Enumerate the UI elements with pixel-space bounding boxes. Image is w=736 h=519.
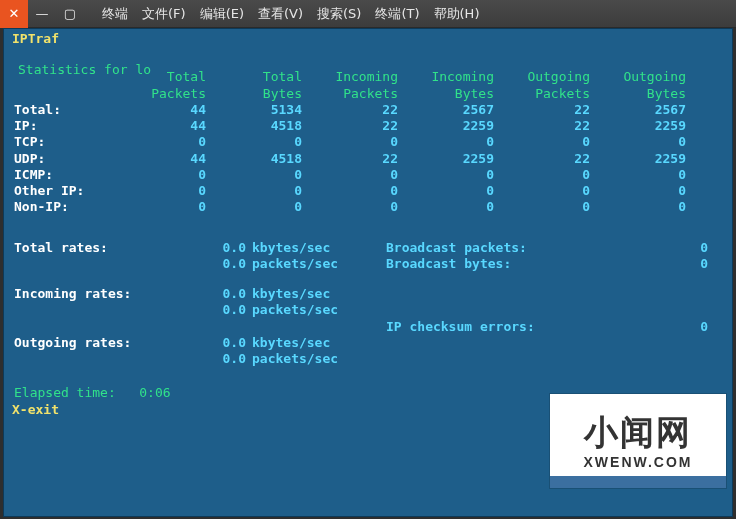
stats-table: Total Total Incoming Incoming Outgoing O… <box>10 63 726 219</box>
packets-unit: packets/sec <box>246 351 386 367</box>
row-value: 0 <box>398 167 494 183</box>
row-value: 4518 <box>206 118 302 134</box>
row-value: 0 <box>302 199 398 215</box>
row-value: 22 <box>494 102 590 118</box>
table-row: ICMP:000000 <box>14 167 722 183</box>
row-value: 0 <box>302 183 398 199</box>
kbytes-unit: kbytes/sec <box>246 335 386 351</box>
table-header-row: Packets Bytes Packets Bytes Packets Byte… <box>14 86 722 102</box>
total-rate-packets: 0.0 <box>190 256 246 272</box>
row-value: 0 <box>590 167 686 183</box>
table-row: IP:444518222259222259 <box>14 118 722 134</box>
window-titlebar: ✕ — ▢ 终端 文件(F) 编辑(E) 查看(V) 搜索(S) 终端(T) 帮… <box>0 0 736 28</box>
menu-terminal[interactable]: 终端 <box>102 5 128 23</box>
row-label: ICMP: <box>14 167 110 183</box>
hdr-in-packets-a: Incoming <box>302 69 398 85</box>
row-label: TCP: <box>14 134 110 150</box>
row-label: IP: <box>14 118 110 134</box>
minimize-button[interactable]: — <box>28 0 56 28</box>
menu-view[interactable]: 查看(V) <box>258 5 303 23</box>
hdr-total-packets-b: Packets <box>110 86 206 102</box>
watermark-url: XWENW.COM <box>584 454 693 472</box>
row-value: 44 <box>110 151 206 167</box>
total-rate-kbytes: 0.0 <box>190 240 246 256</box>
menu-file[interactable]: 文件(F) <box>142 5 186 23</box>
row-value: 0 <box>206 167 302 183</box>
hdr-out-bytes-b: Bytes <box>590 86 686 102</box>
window-controls: ✕ — ▢ <box>0 0 84 28</box>
outgoing-rate-packets: 0.0 <box>190 351 246 367</box>
row-value: 5134 <box>206 102 302 118</box>
row-value: 0 <box>398 134 494 150</box>
app-title: IPTraf <box>8 31 728 47</box>
menu-help[interactable]: 帮助(H) <box>434 5 480 23</box>
maximize-button[interactable]: ▢ <box>56 0 84 28</box>
row-value: 22 <box>302 118 398 134</box>
row-value: 0 <box>398 183 494 199</box>
menu-bar: 终端 文件(F) 编辑(E) 查看(V) 搜索(S) 终端(T) 帮助(H) <box>102 5 479 23</box>
menu-terminal2[interactable]: 终端(T) <box>375 5 419 23</box>
hdr-out-bytes-a: Outgoing <box>590 69 686 85</box>
total-rates-label: Total rates: <box>14 240 190 256</box>
kbytes-unit: kbytes/sec <box>246 286 386 302</box>
hdr-total-bytes-b: Bytes <box>206 86 302 102</box>
packets-unit: packets/sec <box>246 256 386 272</box>
incoming-rate-packets: 0.0 <box>190 302 246 318</box>
row-value: 2259 <box>590 118 686 134</box>
hdr-out-packets-b: Packets <box>494 86 590 102</box>
incoming-rate-kbytes: 0.0 <box>190 286 246 302</box>
broadcast-packets-value: 0 <box>588 240 708 256</box>
stats-box: Statistics for lo Total Total Incoming I… <box>10 63 726 401</box>
row-value: 22 <box>494 118 590 134</box>
row-value: 2567 <box>398 102 494 118</box>
menu-edit[interactable]: 编辑(E) <box>200 5 244 23</box>
table-row: TCP:000000 <box>14 134 722 150</box>
row-value: 0 <box>590 183 686 199</box>
row-value: 44 <box>110 118 206 134</box>
row-value: 0 <box>110 134 206 150</box>
incoming-rates-label: Incoming rates: <box>14 286 190 302</box>
row-label: Non-IP: <box>14 199 110 215</box>
ip-cksum-label: IP checksum errors: <box>386 319 588 335</box>
outgoing-rate-kbytes: 0.0 <box>190 335 246 351</box>
table-row: Total:445134222567222567 <box>14 102 722 118</box>
hdr-total-bytes-a: Total <box>206 69 302 85</box>
watermark-text: 小闻网 <box>584 411 692 454</box>
table-row: UDP:444518222259222259 <box>14 151 722 167</box>
elapsed-value: 0:06 <box>139 385 170 400</box>
menu-search[interactable]: 搜索(S) <box>317 5 361 23</box>
table-row: Other IP:000000 <box>14 183 722 199</box>
row-value: 0 <box>494 134 590 150</box>
row-value: 0 <box>302 167 398 183</box>
terminal-area[interactable]: IPTraf Statistics for lo Total Total Inc… <box>3 28 733 517</box>
hdr-in-bytes-a: Incoming <box>398 69 494 85</box>
row-value: 44 <box>110 102 206 118</box>
row-value: 0 <box>590 199 686 215</box>
stats-box-label: Statistics for lo <box>18 62 151 78</box>
watermark: 小闻网 XWENW.COM <box>550 394 726 488</box>
row-label: Total: <box>14 102 110 118</box>
outgoing-rates-label: Outgoing rates: <box>14 335 190 351</box>
close-button[interactable]: ✕ <box>0 0 28 28</box>
row-value: 4518 <box>206 151 302 167</box>
row-value: 0 <box>590 134 686 150</box>
rates-section: Total rates: 0.0 kbytes/sec Broadcast pa… <box>10 240 726 368</box>
row-value: 22 <box>302 102 398 118</box>
row-value: 0 <box>302 134 398 150</box>
hdr-in-bytes-b: Bytes <box>398 86 494 102</box>
row-value: 0 <box>110 167 206 183</box>
row-value: 2567 <box>590 102 686 118</box>
broadcast-bytes-value: 0 <box>588 256 708 272</box>
packets-unit: packets/sec <box>246 302 386 318</box>
row-label: Other IP: <box>14 183 110 199</box>
hdr-in-packets-b: Packets <box>302 86 398 102</box>
broadcast-packets-label: Broadcast packets: <box>386 240 588 256</box>
row-value: 0 <box>494 199 590 215</box>
row-value: 2259 <box>398 151 494 167</box>
hdr-out-packets-a: Outgoing <box>494 69 590 85</box>
row-value: 0 <box>398 199 494 215</box>
row-value: 2259 <box>398 118 494 134</box>
row-value: 22 <box>494 151 590 167</box>
row-value: 0 <box>110 199 206 215</box>
row-value: 0 <box>206 134 302 150</box>
